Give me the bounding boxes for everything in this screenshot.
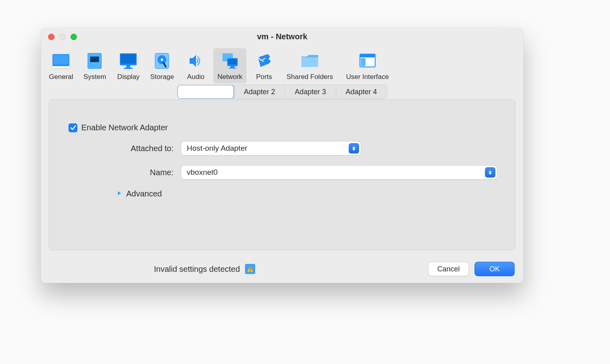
toolbar-item-shared-folders[interactable]: Shared Folders xyxy=(282,48,338,83)
toolbar-item-display[interactable]: Display xyxy=(112,48,144,83)
ports-icon xyxy=(253,50,275,72)
toolbar-item-user-interface[interactable]: User Interface xyxy=(339,48,396,83)
network-icon xyxy=(219,50,241,72)
svg-rect-13 xyxy=(124,68,133,69)
adapter-tab-1[interactable] xyxy=(178,85,234,99)
svg-rect-11 xyxy=(121,54,136,64)
adapter-tab-2[interactable]: Adapter 2 xyxy=(234,85,285,99)
dialog-footer: Invalid settings detected Cancel OK xyxy=(41,255,523,283)
adapter-tab-4[interactable]: Adapter 4 xyxy=(336,85,387,99)
svg-rect-28 xyxy=(361,58,366,66)
adapter-form: Enable Network Adapter Attached to: Host… xyxy=(49,114,515,198)
svg-rect-25 xyxy=(301,57,318,67)
disk-icon xyxy=(151,50,173,72)
toolbar-label: General xyxy=(49,73,73,81)
adapter-tab-3[interactable]: Adapter 3 xyxy=(285,85,335,99)
monitor-icon xyxy=(50,50,72,72)
warning-icon xyxy=(245,264,255,274)
status-message: Invalid settings detected xyxy=(154,264,255,274)
svg-rect-1 xyxy=(53,55,69,65)
svg-rect-2 xyxy=(52,66,70,69)
toolbar-item-audio[interactable]: Audio xyxy=(180,48,212,83)
svg-rect-21 xyxy=(230,66,234,68)
toolbar-item-network[interactable]: Network xyxy=(213,48,246,83)
disclosure-triangle-icon xyxy=(117,190,122,198)
ok-button[interactable]: OK xyxy=(475,262,515,276)
toolbar-label: System xyxy=(83,73,106,81)
advanced-disclosure[interactable]: Advanced xyxy=(117,189,504,198)
dropdown-arrows-icon xyxy=(349,143,359,154)
attached-to-value: Host-only Adapter xyxy=(187,144,247,153)
toolbar-label: Audio xyxy=(187,73,204,81)
toolbar-label: Display xyxy=(117,73,140,81)
network-panel: Adapter 2 Adapter 3 Adapter 4 Enable Net… xyxy=(49,99,515,250)
svg-rect-27 xyxy=(360,54,375,57)
svg-point-16 xyxy=(161,59,163,61)
titlebar: vm - Network xyxy=(41,28,523,47)
name-label: Name: xyxy=(69,168,181,177)
toolbar-label: Network xyxy=(217,73,242,81)
attached-to-label: Attached to: xyxy=(69,144,181,153)
folder-icon xyxy=(299,50,321,72)
svg-rect-20 xyxy=(228,59,237,65)
name-select[interactable]: vboxnet0 xyxy=(181,165,497,180)
display-icon xyxy=(117,50,139,72)
toolbar-item-general[interactable]: General xyxy=(45,48,77,83)
enable-adapter-checkbox[interactable] xyxy=(69,123,77,132)
toolbar-item-ports[interactable]: Ports xyxy=(248,48,280,83)
svg-point-23 xyxy=(260,59,261,61)
svg-rect-12 xyxy=(126,65,130,68)
toolbar-item-system[interactable]: System xyxy=(79,48,111,83)
toolbar-label: Storage xyxy=(150,73,174,81)
svg-rect-30 xyxy=(250,268,250,270)
cancel-button[interactable]: Cancel xyxy=(428,262,469,276)
toolbar-label: Shared Folders xyxy=(287,73,333,81)
toolbar-item-storage[interactable]: Storage xyxy=(146,48,178,83)
window-title: vm - Network xyxy=(41,32,523,41)
name-value: vboxnet0 xyxy=(187,168,218,177)
enable-adapter-label: Enable Network Adapter xyxy=(81,123,168,132)
settings-toolbar: General System xyxy=(41,47,523,87)
svg-point-24 xyxy=(262,61,264,62)
toolbar-label: User Interface xyxy=(346,73,389,81)
status-text: Invalid settings detected xyxy=(154,265,240,274)
advanced-label: Advanced xyxy=(126,189,162,198)
toolbar-label: Ports xyxy=(256,73,272,81)
adapter-tabs: Adapter 2 Adapter 3 Adapter 4 xyxy=(177,85,387,99)
speaker-icon xyxy=(184,50,207,72)
attached-to-select[interactable]: Host-only Adapter xyxy=(181,141,361,156)
chip-icon xyxy=(83,50,106,72)
svg-rect-31 xyxy=(250,270,250,271)
settings-window: vm - Network General xyxy=(41,28,523,283)
window-layout-icon xyxy=(356,50,379,72)
dropdown-arrows-icon xyxy=(485,167,495,178)
svg-rect-22 xyxy=(229,68,236,69)
